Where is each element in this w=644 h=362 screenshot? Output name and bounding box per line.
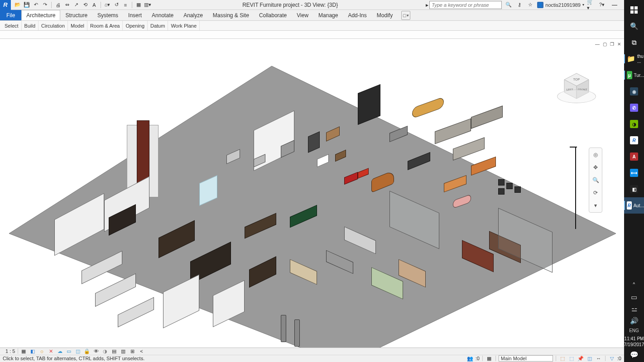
search-taskbar-icon[interactable]: 🔍	[624, 18, 644, 34]
help-icon[interactable]: ?▾	[598, 1, 606, 9]
tab-massing-site[interactable]: Massing & Site	[208, 10, 254, 20]
select-face-icon[interactable]: ◫	[586, 355, 593, 362]
editable-icon[interactable]: ▦	[485, 355, 493, 362]
start-button[interactable]	[624, 2, 644, 18]
autocad-icon[interactable]: A	[624, 148, 644, 165]
print-icon[interactable]: 🖨	[54, 1, 62, 9]
tab-insert[interactable]: Insert	[123, 10, 147, 20]
panel-circulation[interactable]: Circulation	[38, 21, 68, 30]
home-3d-icon[interactable]: ⌂▾	[103, 1, 111, 9]
file-tab[interactable]: File	[0, 10, 21, 20]
search-go-icon[interactable]: 🔍	[505, 1, 513, 9]
panel-model[interactable]: Model	[68, 21, 87, 30]
ribbon-playback-icon[interactable]: ▢▾	[401, 11, 410, 20]
shadows-icon[interactable]: ✕	[47, 348, 54, 354]
action-center-icon[interactable]: 💬	[624, 350, 644, 359]
pin-icon[interactable]: ⟲	[81, 1, 89, 9]
tab-modify[interactable]: Modify	[372, 10, 398, 20]
crop-show-icon[interactable]: ◫	[74, 348, 82, 354]
thin-lines-icon[interactable]: ▦	[135, 1, 143, 9]
worksets-icon[interactable]: 👥	[466, 355, 474, 362]
exchange-icon[interactable]: 🛒▾	[587, 1, 595, 9]
panel-datum[interactable]: Datum	[148, 21, 168, 30]
viber-icon[interactable]: ✆	[624, 100, 644, 116]
tab-architecture[interactable]: Architecture	[21, 10, 60, 20]
lock-3d-icon[interactable]: 🔒	[83, 348, 91, 354]
select-pinned-icon[interactable]: 📌	[577, 355, 584, 362]
sync-icon[interactable]: ↺	[112, 1, 120, 9]
clock[interactable]: 11:41 PM 7/19/2017	[624, 336, 644, 348]
wifi-icon[interactable]: ⚍	[624, 305, 644, 314]
revit-pinned-icon[interactable]: R	[624, 132, 644, 148]
task-view-icon[interactable]: ⧉	[624, 34, 644, 51]
detail-level-icon[interactable]: ▦	[20, 348, 27, 354]
panel-work-plane[interactable]: Work Plane	[168, 21, 200, 30]
reveal-icon[interactable]: ◑	[101, 348, 109, 354]
tab-systems[interactable]: Systems	[92, 10, 123, 20]
tab-structure[interactable]: Structure	[60, 10, 92, 20]
redo-icon[interactable]: ↷	[41, 1, 49, 9]
signin-icon[interactable]: ⚷	[515, 1, 524, 9]
undo-icon[interactable]: ↶	[32, 1, 40, 9]
filter-icon[interactable]: ▽	[608, 355, 615, 362]
viewbar-chevron-icon[interactable]: <	[138, 348, 145, 354]
orbit-icon[interactable]: ⟳	[591, 188, 601, 198]
viewcube-compass-ring[interactable]	[557, 90, 596, 103]
view-close-icon[interactable]: ✕	[616, 41, 622, 47]
measure-icon[interactable]: ⇔	[63, 1, 71, 9]
panel-opening[interactable]: Opening	[123, 21, 148, 30]
steam-icon[interactable]: ◉	[624, 83, 644, 100]
view-cascade-icon[interactable]: ❐	[609, 41, 615, 47]
language-indicator[interactable]: ENG	[629, 328, 639, 333]
panel-build[interactable]: Build	[22, 21, 38, 30]
constraints-icon[interactable]: ⊞	[129, 348, 136, 354]
sun-path-icon[interactable]: ☼	[38, 348, 45, 354]
volume-icon[interactable]: 🔊	[624, 316, 644, 325]
align-icon[interactable]: ↗	[72, 1, 80, 9]
search-input[interactable]	[429, 1, 502, 9]
tab-analyze[interactable]: Analyze	[178, 10, 208, 20]
panel-select[interactable]: Select	[2, 21, 22, 30]
tab-addins[interactable]: Add-Ins	[343, 10, 371, 20]
analytical-icon[interactable]: ▤	[111, 348, 118, 354]
select-links-icon[interactable]: ⬚	[559, 355, 566, 362]
save-icon[interactable]: 💾	[23, 1, 31, 9]
navbar-expand-icon[interactable]: ▾	[591, 200, 601, 210]
tab-manage[interactable]: Manage	[313, 10, 343, 20]
visual-style-icon[interactable]: ◧	[29, 348, 36, 354]
design-options-select[interactable]: Main Model	[499, 355, 553, 362]
view-cube[interactable]: TOP LEFT FRONT	[556, 66, 597, 107]
drag-icon[interactable]: ↔	[595, 355, 602, 362]
close-hidden-icon[interactable]: ▥▾	[144, 1, 152, 9]
tray-chevron-icon[interactable]: ˄	[624, 281, 644, 290]
nvidia-icon[interactable]: ◑	[624, 116, 644, 132]
panel-room-area[interactable]: Room & Area	[87, 21, 123, 30]
revit-running-icon[interactable]: RAut...	[624, 197, 644, 214]
utorrent-icon[interactable]: μTur...	[624, 67, 644, 83]
tab-view[interactable]: View	[292, 10, 313, 20]
explorer-folder-icon[interactable]: 📁thu ...	[624, 51, 644, 67]
highlight-icon[interactable]: ▥	[120, 348, 127, 354]
battery-icon[interactable]: ▭	[624, 293, 644, 302]
pan-icon[interactable]: ✥	[591, 162, 601, 172]
section-icon[interactable]: ≡	[121, 1, 130, 9]
teamviewer-icon[interactable]: ⟷	[624, 165, 644, 181]
steering-wheel-icon[interactable]: ◎	[591, 150, 601, 160]
minimize-button[interactable]: —	[609, 0, 620, 10]
select-underlay-icon[interactable]: ⬚	[568, 355, 575, 362]
open-icon[interactable]: 📂	[14, 1, 22, 9]
tab-collaborate[interactable]: Collaborate	[254, 10, 292, 20]
scale-display[interactable]: 1 : 5	[3, 348, 18, 354]
favorite-icon[interactable]: ☆	[526, 1, 534, 9]
zoom-icon[interactable]: 🔍	[591, 175, 601, 185]
crop-icon[interactable]: ▭	[65, 348, 72, 354]
view-maximize-icon[interactable]: ▢	[601, 41, 608, 47]
app-square-icon[interactable]: ◧	[624, 181, 644, 197]
user-account[interactable]: 👤 noctis21091989 ▾	[537, 2, 584, 8]
temp-hide-icon[interactable]: 👁	[92, 348, 100, 354]
viewport-3d[interactable]: — ▢ ❐ ✕ TOP LEFT FRONT ◎ ✥ 🔍 ⟳ ▾	[0, 39, 624, 348]
rendering-icon[interactable]: ☁	[56, 348, 63, 354]
text-icon[interactable]: A	[90, 1, 98, 9]
view-minimize-icon[interactable]: —	[594, 41, 601, 47]
tab-annotate[interactable]: Annotate	[147, 10, 178, 20]
